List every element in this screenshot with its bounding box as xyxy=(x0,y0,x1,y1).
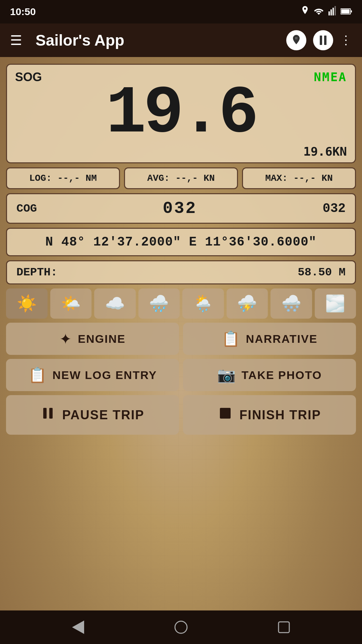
sog-label: SOG xyxy=(15,70,42,84)
main-content: SOG NMEA 19.6 19.6KN LOG: --,- NM AVG: -… xyxy=(0,57,362,610)
pause-button[interactable] xyxy=(313,30,333,50)
weather-partly-cloudy[interactable]: 🌤️ xyxy=(50,288,92,319)
pause-trip-label: PAUSE TRIP xyxy=(62,408,144,422)
stats-row: LOG: --,- NM AVG: --,- KN MAX: --,- KN xyxy=(6,167,356,189)
cog-display: COG 032 032 xyxy=(6,193,356,224)
recents-nav-button[interactable] xyxy=(278,621,290,633)
weather-clear[interactable]: ☀️ xyxy=(6,288,48,319)
svg-rect-2 xyxy=(333,8,334,15)
speed-display: SOG NMEA 19.6 19.6KN xyxy=(6,64,356,163)
svg-rect-6 xyxy=(341,9,350,13)
weather-cloudy[interactable]: ☁️ xyxy=(94,288,136,319)
menu-button[interactable]: ☰ xyxy=(10,33,22,48)
svg-rect-3 xyxy=(335,6,336,15)
weather-fog[interactable]: 🌫️ xyxy=(315,288,356,319)
svg-marker-14 xyxy=(72,621,84,634)
depth-display: DEPTH: 58.50 M xyxy=(6,260,356,284)
header-actions: ⋮ xyxy=(286,30,352,50)
action-row-1: ✦ ENGINE 📋 NARRATIVE xyxy=(6,323,356,355)
svg-rect-0 xyxy=(328,11,330,15)
svg-rect-1 xyxy=(330,9,332,15)
cog-label: COG xyxy=(16,202,37,215)
depth-label: DEPTH: xyxy=(16,266,57,279)
back-nav-button[interactable] xyxy=(72,621,84,634)
coordinates-display: N 48° 12'37.2000" E 11°36'30.6000" xyxy=(6,228,356,256)
svg-rect-16 xyxy=(279,622,289,633)
svg-rect-9 xyxy=(320,36,322,45)
status-bar: 10:50 xyxy=(0,0,362,23)
log-icon: 📋 xyxy=(28,366,47,384)
add-location-button[interactable] xyxy=(286,30,306,50)
speed-value: 19.6 xyxy=(15,70,347,147)
app-header: ☰ Sailor's App ⋮ xyxy=(0,23,362,57)
pause-trip-button[interactable]: PAUSE TRIP xyxy=(6,395,179,435)
engine-icon: ✦ xyxy=(59,330,72,347)
svg-rect-10 xyxy=(324,36,326,45)
more-options-button[interactable]: ⋮ xyxy=(340,33,352,47)
new-log-entry-button[interactable]: 📋 NEW LOG ENTRY xyxy=(6,359,179,391)
take-photo-button[interactable]: 📷 TAKE PHOTO xyxy=(183,359,356,391)
finish-trip-button[interactable]: FINISH TRIP xyxy=(183,395,356,435)
app-title: Sailor's App xyxy=(36,31,276,49)
new-log-label: NEW LOG ENTRY xyxy=(53,369,157,382)
status-time: 10:50 xyxy=(10,6,36,17)
signal-icon xyxy=(328,6,336,18)
battery-icon xyxy=(341,6,352,17)
status-icons xyxy=(301,6,352,18)
depth-value: 58.50 M xyxy=(298,266,346,279)
narrative-button[interactable]: 📋 NARRATIVE xyxy=(183,323,356,355)
home-nav-button[interactable] xyxy=(174,621,188,634)
svg-rect-13 xyxy=(220,408,231,419)
weather-row: ☀️ 🌤️ ☁️ 🌧️ 🌦️ ⛈️ 🌨️ 🌫️ xyxy=(6,288,356,319)
nav-bar xyxy=(0,610,362,644)
avg-stat: AVG: --,- KN xyxy=(124,167,238,189)
weather-light-rain[interactable]: 🌧️ xyxy=(138,288,180,319)
svg-rect-11 xyxy=(43,408,47,419)
svg-point-15 xyxy=(175,621,187,633)
finish-trip-label: FINISH TRIP xyxy=(239,408,321,422)
cog-value: 032 xyxy=(163,199,197,218)
svg-rect-12 xyxy=(49,408,53,419)
take-photo-label: TAKE PHOTO xyxy=(242,369,322,382)
engine-button[interactable]: ✦ ENGINE xyxy=(6,323,179,355)
location-icon xyxy=(301,6,309,18)
engine-label: ENGINE xyxy=(78,332,125,345)
log-stat: LOG: --,- NM xyxy=(6,167,120,189)
svg-rect-5 xyxy=(351,10,352,12)
action-row-2: 📋 NEW LOG ENTRY 📷 TAKE PHOTO xyxy=(6,359,356,391)
narrative-label: NARRATIVE xyxy=(246,332,318,345)
stop-icon xyxy=(218,405,233,425)
weather-snow[interactable]: 🌨️ xyxy=(270,288,312,319)
wifi-icon xyxy=(314,6,324,17)
camera-icon: 📷 xyxy=(217,366,236,384)
trip-control-row: PAUSE TRIP FINISH TRIP xyxy=(6,395,356,435)
weather-rain[interactable]: 🌦️ xyxy=(182,288,224,319)
max-stat: MAX: --,- KN xyxy=(242,167,356,189)
weather-thunderstorm[interactable]: ⛈️ xyxy=(227,288,268,319)
cog-right-value: 032 xyxy=(323,201,346,216)
narrative-icon: 📋 xyxy=(222,330,240,347)
nmea-label: NMEA xyxy=(314,70,347,84)
pause-trip-icon xyxy=(41,405,55,425)
